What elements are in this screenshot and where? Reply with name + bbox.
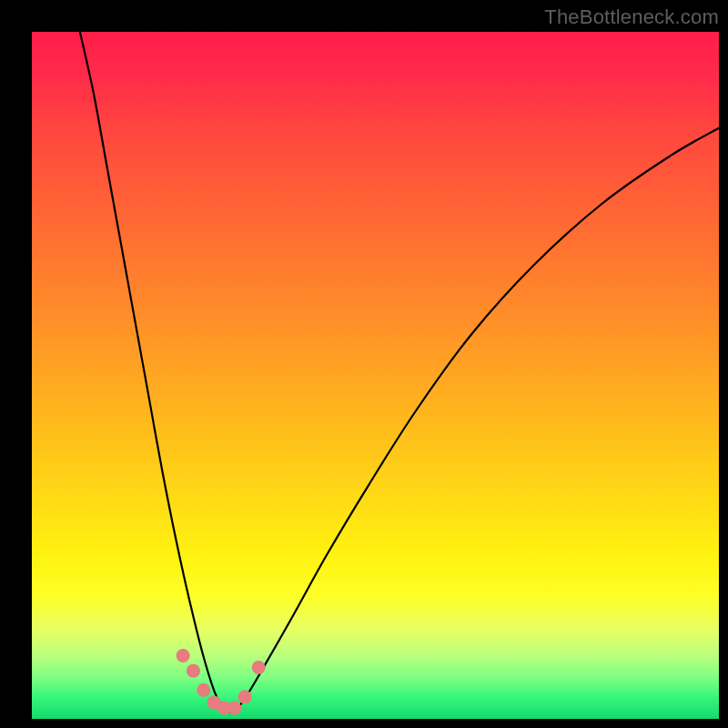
chart-frame: TheBottleneck.com: [0, 0, 728, 728]
trough-marker: [252, 661, 266, 674]
plot-area: [32, 32, 719, 719]
bottleneck-curve: [80, 32, 719, 712]
trough-marker: [228, 701, 241, 714]
trough-marker: [177, 649, 190, 662]
trough-marker: [197, 683, 210, 697]
curve-svg: [32, 32, 719, 719]
trough-marker: [187, 664, 200, 678]
trough-marker: [238, 690, 252, 703]
watermark-text: TheBottleneck.com: [544, 5, 719, 29]
trough-markers: [177, 649, 266, 714]
